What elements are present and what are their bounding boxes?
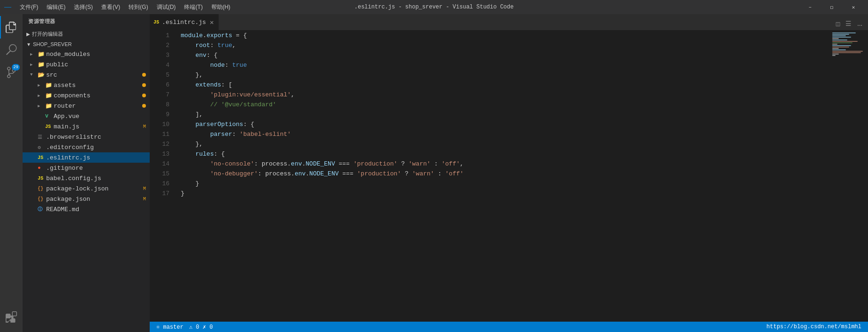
tree-item-editorconfig[interactable]: ▶ ⚙ .editorconfig	[23, 142, 150, 152]
eslintrc-label: .eslintrc.js	[46, 154, 150, 161]
vscode-logo: ⸻	[4, 3, 11, 12]
tab-eslintrc[interactable]: JS .eslintrc.js ✕	[150, 14, 219, 30]
tree-item-assets[interactable]: ▶ 📁 assets	[23, 80, 150, 90]
tree-item-router[interactable]: ▶ 📁 router	[23, 101, 150, 111]
components-label: components	[54, 92, 142, 99]
code-line-8: // '@vue/standard'	[181, 100, 830, 110]
toggle-sidebar-button[interactable]: ☰	[844, 18, 853, 30]
tree-item-src[interactable]: ▼ 📂 src	[23, 70, 150, 80]
browserslistrc-label: .browserslistrc	[46, 134, 150, 141]
editorconfig-label: .editorconfig	[46, 144, 150, 151]
tree-item-public[interactable]: ▶ 📁 public	[23, 59, 150, 70]
tree-item-components[interactable]: ▶ 📁 components	[23, 90, 150, 101]
babel-config-icon: JS	[38, 176, 46, 181]
close-button[interactable]: ✕	[843, 0, 864, 14]
menu-help[interactable]: 帮助(H)	[208, 2, 234, 12]
code-line-11: parser: 'babel-eslint'	[181, 129, 830, 139]
readme-icon: ⓘ	[38, 206, 46, 213]
package-json-icon: {}	[38, 197, 46, 202]
package-json-label: package.json	[46, 196, 143, 203]
code-line-12: },	[181, 139, 830, 149]
router-label: router	[54, 103, 142, 110]
tree-item-readme[interactable]: ▶ ⓘ README.md	[23, 204, 150, 214]
status-errors[interactable]: ⚠ 0 ✗ 0	[186, 324, 216, 331]
main-layout: 29 资源管理器 ▶ 打开的编辑器 ▼ SHOP_SREVER ▶ 📁 node…	[0, 14, 868, 332]
activity-files[interactable]	[0, 16, 23, 39]
activity-search[interactable]	[0, 39, 23, 61]
tab-label: .eslintrc.js	[162, 19, 206, 26]
sidebar-header: 资源管理器	[23, 14, 150, 29]
menu-edit[interactable]: 编辑(E)	[43, 2, 69, 12]
menu-goto[interactable]: 转到(G)	[125, 2, 152, 12]
minimap-content	[830, 31, 868, 58]
tab-close-button[interactable]: ✕	[209, 18, 215, 26]
status-bar: ⚛ master ⚠ 0 ✗ 0 https://blog.csdn.net/m…	[150, 322, 868, 332]
code-line-16: }	[181, 179, 830, 189]
status-url: https://blog.csdn.net/mslmhl	[764, 324, 864, 330]
code-line-4: node: true	[181, 60, 830, 70]
code-line-2: root: true,	[181, 40, 830, 50]
menu-debug[interactable]: 调试(D)	[153, 2, 180, 12]
menu-select[interactable]: 选择(S)	[70, 2, 96, 12]
source-control-badge: 29	[12, 64, 20, 71]
public-chevron: ▶	[30, 62, 38, 67]
code-line-15: 'no-debugger': process.env.NODE_ENV === …	[181, 169, 830, 179]
folder-icon: 📁	[38, 51, 46, 58]
menu-view[interactable]: 查看(V)	[97, 2, 124, 12]
open-editors-section[interactable]: ▶ 打开的编辑器	[23, 29, 150, 40]
editorconfig-icon: ⚙	[38, 144, 46, 150]
code-line-3: env: {	[181, 50, 830, 60]
tree-item-node-modules[interactable]: ▶ 📁 node_modules	[23, 49, 150, 59]
tree-item-main-js[interactable]: ▶ JS main.js M	[23, 121, 150, 132]
menu-file[interactable]: 文件(F)	[16, 2, 42, 12]
package-lock-badge: M	[143, 186, 146, 191]
node-modules-chevron: ▶	[30, 52, 38, 57]
assets-chevron: ▶	[38, 83, 45, 88]
activity-extensions[interactable]	[0, 306, 23, 328]
tree-item-babel-config[interactable]: ▶ JS babel.config.js	[23, 173, 150, 183]
project-section[interactable]: ▼ SHOP_SREVER	[23, 40, 150, 49]
tab-js-icon: JS	[153, 20, 159, 25]
code-line-6: extends: [	[181, 80, 830, 90]
sidebar: 资源管理器 ▶ 打开的编辑器 ▼ SHOP_SREVER ▶ 📁 node_mo…	[23, 14, 150, 332]
tree-item-package-json[interactable]: ▶ {} package.json M	[23, 194, 150, 204]
package-lock-label: package-lock.json	[46, 185, 143, 192]
open-editors-chevron: ▶	[26, 32, 30, 37]
components-chevron: ▶	[38, 93, 45, 98]
assets-dot-badge	[142, 83, 146, 87]
code-editor[interactable]: module.exports = { root: true, env: { no…	[173, 31, 830, 322]
router-dot-badge	[142, 104, 146, 108]
project-name: SHOP_SREVER	[33, 41, 72, 47]
tree-item-app-vue[interactable]: ▶ V App.vue	[23, 111, 150, 121]
menu-terminal[interactable]: 终端(T)	[180, 2, 206, 12]
src-dot-badge	[142, 73, 146, 77]
components-dot-badge	[142, 94, 146, 97]
tree-item-gitignore[interactable]: ▶ ● .gitignore	[23, 163, 150, 173]
code-line-14: 'no-console': process.env.NODE_ENV === '…	[181, 159, 830, 169]
folder-assets-icon: 📁	[45, 82, 54, 89]
activity-bar: 29	[0, 14, 23, 332]
maximize-button[interactable]: ◻	[821, 0, 843, 14]
project-chevron: ▼	[26, 42, 31, 47]
split-editor-button[interactable]: ◫	[834, 18, 842, 30]
app-vue-label: App.vue	[54, 113, 150, 120]
tree-item-package-lock[interactable]: ▶ {} package-lock.json M	[23, 183, 150, 194]
line-numbers: 12345 678910 1112131415 1617	[150, 31, 173, 322]
package-lock-icon: {}	[38, 186, 46, 191]
code-line-7: 'plugin:vue/essential',	[181, 90, 830, 100]
git-branch-icon: ⚛	[156, 324, 160, 331]
activity-source-control[interactable]: 29	[0, 61, 23, 84]
more-actions-button[interactable]: …	[855, 17, 864, 30]
status-git[interactable]: ⚛ master	[153, 324, 186, 331]
tree-item-eslintrc[interactable]: ▶ JS .eslintrc.js	[23, 152, 150, 163]
js-file-icon: JS	[45, 124, 54, 129]
folder-public-icon: 📁	[38, 61, 46, 68]
gitignore-icon: ●	[38, 165, 46, 171]
tree-item-browserslistrc[interactable]: ▶ ☰ .browserslistrc	[23, 132, 150, 142]
tab-bar: JS .eslintrc.js ✕ ◫ ☰ …	[150, 14, 868, 31]
src-label: src	[46, 71, 142, 79]
minimize-button[interactable]: –	[799, 0, 821, 14]
code-line-9: ],	[181, 110, 830, 119]
folder-router-icon: 📁	[45, 103, 54, 110]
vue-file-icon: V	[45, 113, 54, 119]
